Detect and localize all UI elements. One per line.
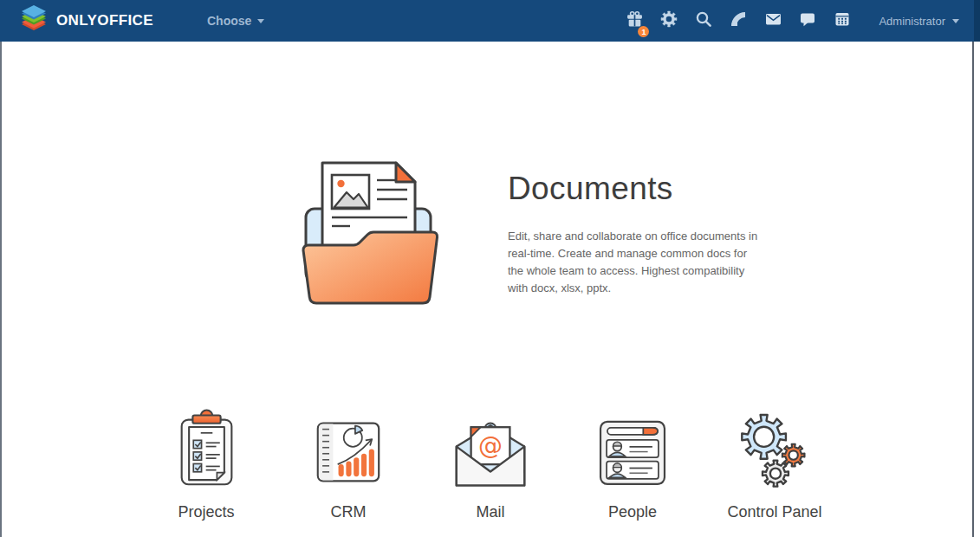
settings-button[interactable] — [652, 0, 686, 42]
chevron-down-icon — [257, 19, 264, 23]
documents-hero: Documents Edit, share and collaborate on… — [299, 160, 772, 309]
window-right-border — [972, 42, 974, 537]
module-description: Edit, share and collaborate on office do… — [508, 228, 761, 297]
app-crm[interactable]: CRM — [277, 407, 419, 521]
app-control-panel[interactable]: Control Panel — [704, 407, 846, 521]
calendar-button[interactable] — [825, 0, 860, 42]
layers-logo-icon — [19, 5, 49, 36]
choose-menu-button[interactable]: Choose — [207, 14, 264, 28]
app-label: Projects — [178, 503, 234, 521]
chevron-down-icon — [952, 19, 959, 23]
app-mail[interactable]: @ Mail — [419, 407, 561, 521]
search-icon — [695, 10, 712, 31]
svg-text:@: @ — [478, 431, 503, 460]
feed-icon — [730, 10, 747, 31]
mail-nav-button[interactable] — [756, 0, 790, 42]
settings-icon — [659, 10, 678, 32]
user-menu-button[interactable]: Administrator — [879, 15, 959, 28]
control-panel-gears-icon — [734, 407, 816, 490]
projects-clipboard-icon — [170, 407, 243, 490]
calendar-icon — [834, 10, 851, 31]
gift-badge: 1 — [638, 26, 649, 37]
people-cards-icon — [594, 407, 672, 490]
mail-envelope-icon: @ — [450, 407, 531, 490]
module-shortcuts-row: Projects — [135, 407, 846, 521]
app-label: People — [608, 503, 657, 521]
feed-button[interactable] — [721, 0, 756, 42]
choose-label: Choose — [207, 14, 251, 28]
logo-wordmark: ONLYOFFICE — [56, 12, 153, 29]
crm-charts-icon — [309, 407, 387, 490]
app-label: Control Panel — [727, 503, 821, 521]
gifts-button[interactable]: 1 — [617, 0, 652, 42]
top-nav-bar: ONLYOFFICE Choose 1 — [0, 0, 980, 42]
user-name: Administrator — [879, 15, 945, 28]
chat-icon — [799, 10, 816, 31]
talk-button[interactable] — [790, 0, 825, 42]
app-label: Mail — [476, 503, 504, 521]
documents-folder-icon[interactable] — [299, 160, 442, 309]
page-title[interactable]: Documents — [508, 171, 772, 207]
window-left-border — [0, 42, 2, 537]
search-button[interactable] — [686, 0, 721, 42]
onlyoffice-logo[interactable]: ONLYOFFICE — [19, 5, 153, 36]
top-right-controls: 1 — [617, 0, 959, 42]
mail-icon — [764, 10, 782, 31]
app-label: CRM — [331, 503, 367, 521]
header-scrollbar-strip — [974, 0, 980, 42]
hero-text-block: Documents Edit, share and collaborate on… — [508, 160, 772, 309]
app-people[interactable]: People — [561, 407, 704, 521]
app-projects[interactable]: Projects — [135, 407, 277, 521]
